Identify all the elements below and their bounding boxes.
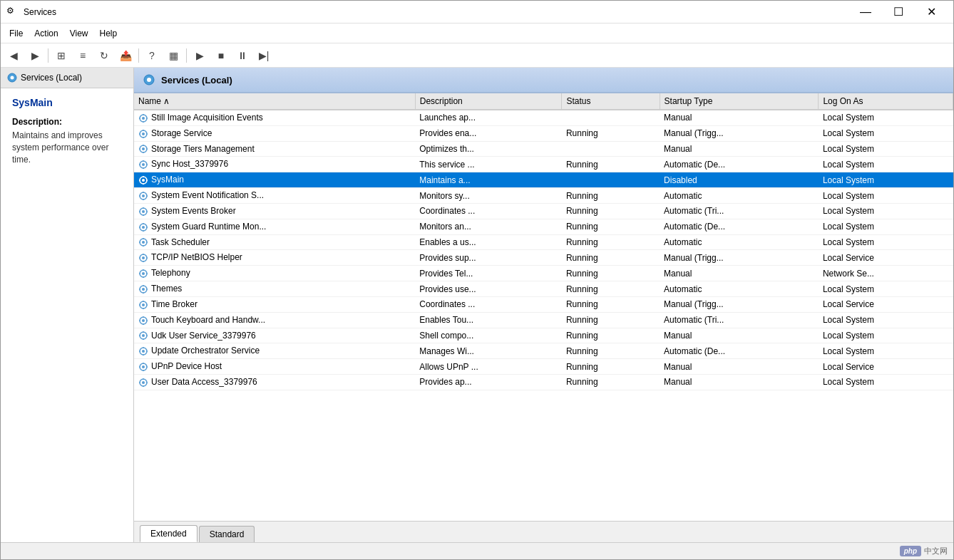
- svg-rect-18: [143, 145, 144, 146]
- table-row[interactable]: User Data Access_3379976 Provides ap... …: [134, 375, 953, 390]
- service-gear-icon: [138, 129, 148, 139]
- service-name-cell[interactable]: Task Scheduler: [134, 234, 415, 250]
- minimize-button[interactable]: —: [849, 1, 882, 24]
- svg-rect-73: [143, 292, 144, 294]
- table-row[interactable]: Touch Keyboard and Handw... Enables Tou.…: [134, 312, 953, 328]
- service-name-cell[interactable]: Still Image Acquisition Events: [134, 110, 415, 125]
- svg-rect-24: [143, 160, 144, 162]
- services-table-container[interactable]: Name ∧ Description Status Startup Type: [134, 93, 953, 521]
- table-row[interactable]: Sync Host_3379976 This service ... Runni…: [134, 157, 953, 172]
- service-status-cell: Running: [562, 343, 660, 359]
- service-gear-icon: [138, 331, 148, 341]
- service-name-cell[interactable]: System Events Broker: [134, 203, 415, 219]
- maximize-button[interactable]: ☐: [882, 1, 915, 24]
- forward-button[interactable]: ▶: [25, 46, 45, 65]
- svg-rect-103: [143, 370, 144, 371]
- properties-button[interactable]: ≡: [73, 46, 93, 65]
- service-startup-cell: Automatic: [660, 281, 819, 297]
- service-name-cell[interactable]: TCP/IP NetBIOS Helper: [134, 250, 415, 266]
- service-name-cell[interactable]: Telephony: [134, 266, 415, 281]
- table-row[interactable]: Storage Service Provides ena... Running …: [134, 125, 953, 141]
- svg-rect-66: [143, 269, 144, 271]
- right-panel: Services (Local) Name ∧ Description: [134, 68, 953, 542]
- table-row[interactable]: Update Orchestrator Service Manages Wi..…: [134, 343, 953, 359]
- svg-rect-74: [139, 289, 140, 290]
- service-gear-icon: [138, 191, 148, 201]
- service-logon-cell: Local System: [819, 172, 953, 188]
- svg-rect-62: [139, 257, 140, 259]
- service-name-cell[interactable]: Storage Tiers Management: [134, 141, 415, 157]
- svg-point-1: [11, 76, 14, 80]
- service-desc-cell: This service ...: [415, 157, 562, 172]
- service-startup-cell: Automatic (De...: [660, 219, 819, 234]
- service-logon-cell: Local System: [819, 110, 953, 125]
- service-name-cell[interactable]: System Event Notification S...: [134, 188, 415, 204]
- service-name-cell[interactable]: User Data Access_3379976: [134, 375, 415, 390]
- stop-service-button[interactable]: ■: [211, 46, 231, 65]
- service-name-cell[interactable]: Themes: [134, 281, 415, 297]
- close-button[interactable]: ✕: [915, 1, 948, 24]
- service-name-cell[interactable]: Udk User Service_3379976: [134, 328, 415, 343]
- svg-rect-25: [143, 167, 144, 169]
- resume-service-button[interactable]: ▶|: [254, 46, 274, 65]
- svg-rect-84: [143, 316, 144, 318]
- table-row[interactable]: Task Scheduler Enables a us... Running A…: [134, 234, 953, 250]
- svg-rect-19: [143, 152, 144, 153]
- service-logon-cell: Local System: [819, 343, 953, 359]
- view-button[interactable]: ▦: [163, 46, 183, 65]
- window-controls: — ☐ ✕: [849, 1, 948, 24]
- table-row[interactable]: System Guard Runtime Mon... Monitors an.…: [134, 219, 953, 234]
- show-console-button[interactable]: ⊞: [51, 46, 71, 65]
- service-name-cell[interactable]: SysMain: [134, 172, 415, 188]
- table-row[interactable]: Storage Tiers Management Optimizes th...…: [134, 141, 953, 157]
- svg-rect-54: [143, 238, 144, 239]
- table-row[interactable]: Themes Provides use... Running Automatic…: [134, 281, 953, 297]
- table-row[interactable]: Udk User Service_3379976 Shell compo... …: [134, 328, 953, 343]
- service-name-cell[interactable]: UPnP Device Host: [134, 359, 415, 375]
- help-button[interactable]: ?: [142, 46, 162, 65]
- col-header-name[interactable]: Name ∧: [134, 93, 415, 110]
- export-button[interactable]: 📤: [116, 46, 135, 65]
- pause-service-button[interactable]: ⏸: [232, 46, 252, 65]
- svg-rect-99: [146, 351, 148, 352]
- service-startup-cell: Manual: [660, 359, 819, 375]
- service-desc-cell: Provides ena...: [415, 125, 562, 141]
- svg-rect-39: [146, 195, 148, 197]
- table-row[interactable]: System Event Notification S... Monitors …: [134, 188, 953, 204]
- menu-item-help[interactable]: Help: [94, 26, 123, 41]
- table-row[interactable]: Time Broker Coordinates ... Running Manu…: [134, 296, 953, 312]
- table-row[interactable]: System Events Broker Coordinates ... Run…: [134, 203, 953, 219]
- service-name-cell[interactable]: Update Orchestrator Service: [134, 343, 415, 359]
- menu-item-view[interactable]: View: [64, 26, 94, 41]
- menu-item-action[interactable]: Action: [29, 26, 63, 41]
- service-gear-icon: [138, 237, 148, 247]
- table-row[interactable]: Still Image Acquisition Events Launches …: [134, 110, 953, 125]
- back-button[interactable]: ◀: [4, 46, 24, 65]
- service-name-cell[interactable]: Touch Keyboard and Handw...: [134, 312, 415, 328]
- svg-rect-111: [146, 382, 148, 383]
- svg-rect-14: [139, 133, 140, 135]
- col-header-description[interactable]: Description: [415, 93, 562, 110]
- start-service-button[interactable]: ▶: [190, 46, 210, 65]
- service-status-cell: Running: [562, 203, 660, 219]
- service-name-cell[interactable]: Sync Host_3379976: [134, 157, 415, 172]
- refresh-button[interactable]: ↻: [94, 46, 114, 65]
- service-desc-cell: Enables a us...: [415, 234, 562, 250]
- service-desc-cell: Provides Tel...: [415, 266, 562, 281]
- table-row[interactable]: Telephony Provides Tel... Running Manual…: [134, 266, 953, 281]
- col-header-startup[interactable]: Startup Type: [660, 93, 819, 110]
- table-row[interactable]: UPnP Device Host Allows UPnP ... Running…: [134, 359, 953, 375]
- col-header-logon[interactable]: Log On As: [819, 93, 953, 110]
- svg-rect-90: [143, 331, 144, 333]
- table-row[interactable]: TCP/IP NetBIOS Helper Provides sup... Ru…: [134, 250, 953, 266]
- tab-extended[interactable]: Extended: [140, 525, 198, 542]
- table-row[interactable]: SysMain Maintains a... Disabled Local Sy…: [134, 172, 953, 188]
- col-header-status[interactable]: Status: [562, 93, 660, 110]
- svg-rect-92: [139, 336, 140, 337]
- menu-item-file[interactable]: File: [4, 26, 29, 41]
- service-name-cell[interactable]: Time Broker: [134, 296, 415, 312]
- service-name-cell[interactable]: System Guard Runtime Mon...: [134, 219, 415, 234]
- service-desc-cell: Provides use...: [415, 281, 562, 297]
- service-name-cell[interactable]: Storage Service: [134, 125, 415, 141]
- tab-standard[interactable]: Standard: [199, 526, 255, 542]
